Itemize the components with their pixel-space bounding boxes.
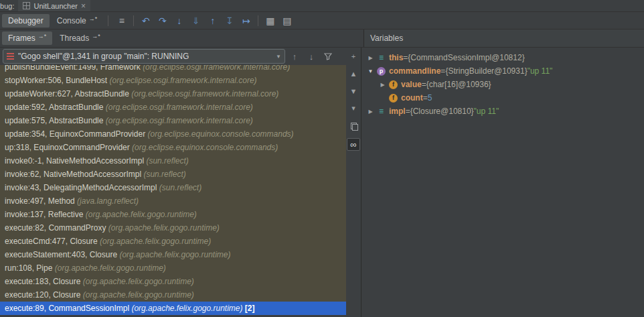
stack-frame-row[interactable]: invoke:62, NativeMethodAccessorImpl (sun… [0,168,346,181]
variable-row[interactable]: ▶≡this = {CommandSessionImpl@10812} [361,51,644,64]
run-config-icon [23,2,30,9]
frame-package: (org.apache.felix.gogo.runtime) [86,210,197,219]
force-step-into-icon[interactable]: ⇓ [187,14,204,27]
debugger-toolbar: Debugger Console →* ≡↶↷↓⇓↑↧↦▦▤ [0,12,644,29]
move-watch-down-icon[interactable]: ▼ [348,86,359,96]
value-icon: ≡ [377,107,386,116]
variable-name: this [389,53,403,62]
frame-location: invoke:497, Method [5,196,77,206]
collapse-all-icon[interactable]: ▾ [348,103,359,113]
variable-row[interactable]: ▶≡impl = {Closure@10810} "up 11" [361,105,644,118]
layout-settings-icon[interactable]: ▤ [278,14,295,27]
tab-frames[interactable]: Frames →* [2,31,52,45]
stack-frame-row[interactable]: updateWorker:627, AbstractBundle (org.ec… [0,87,346,101]
step-over-icon[interactable]: ↷ [154,14,171,27]
stack-frame-row[interactable]: invoke:497, Method (java.lang.reflect) [0,194,346,208]
run-config-label: UnitLauncher [33,2,77,10]
step-out-icon[interactable]: ↑ [204,14,221,27]
watch-return-values-icon[interactable]: ∞ [347,138,360,151]
field-icon: f [389,80,398,89]
close-icon[interactable]: × [81,2,86,10]
tab-threads-badge: →* [92,33,100,40]
frame-package: (org.eclipse.equinox.console.commands) [132,143,278,152]
frame-location: up:318, EquinoxCommandProvider [5,143,132,152]
frame-package: (org.apache.felix.gogo.runtime) [108,223,220,233]
thread-selector[interactable]: "Gogo shell"@1,341 in group "main": RUNN… [3,49,285,64]
frame-location: executeStatement:403, Closure [5,250,119,259]
variable-row[interactable]: fcount = 5 [361,91,644,105]
tab-console[interactable]: Console →* [51,14,104,27]
evaluate-expression-icon[interactable]: ▦ [262,14,278,27]
stack-frame-row[interactable]: publishBundleEvent:1499, Framework (org.… [0,65,346,74]
variable-string-value: "up 11" [528,66,553,76]
stack-frame-row[interactable]: execute:183, Closure (org.apache.felix.g… [0,275,346,288]
frame-location: invoke:43, DelegatingMethodAccessorImpl [5,183,159,192]
restore-layout-icon[interactable]: ≡ [113,14,130,27]
frame-location: invoke:137, Reflective [5,210,86,219]
move-watch-up-icon[interactable]: ▲ [348,68,359,78]
drop-frame-icon[interactable]: ↧ [221,14,238,27]
variables-side-toolbar: +▲▼▾∞ [346,48,361,317]
copy-icon[interactable] [348,121,359,131]
frame-location: run:108, Pipe [5,263,55,273]
tab-debugger-label: Debugger [8,16,44,25]
variable-value: {char[16]@10936} [426,80,491,89]
tab-threads-label: Threads [60,34,89,43]
thread-icon [7,53,14,60]
frame-location: execute:120, Closure [5,290,83,300]
tab-debugger[interactable]: Debugger [2,14,50,27]
add-watch-icon[interactable]: + [348,51,359,61]
next-frame-icon[interactable]: ↓ [304,50,319,63]
stack-frame-row[interactable]: invoke0:-1, NativeMethodAccessorImpl (su… [0,154,346,168]
run-config-tab[interactable]: UnitLauncher × [18,0,90,11]
previous-frame-icon[interactable]: ↑ [287,50,302,63]
toolbar-separator [133,15,134,26]
variable-row[interactable]: ▼pcommandline = {StringBuilder@10931} "u… [361,64,644,78]
expand-arrow-icon[interactable]: ▶ [378,82,388,88]
stack-frame-row[interactable]: up:318, EquinoxCommandProvider (org.ecli… [0,141,346,154]
stack-frame-row[interactable]: execute:120, Closure (org.apache.felix.g… [0,288,346,302]
frame-location: publishBundleEvent:1499, Framework [5,65,143,72]
frame-location: update:592, AbstractBundle [5,103,106,112]
variable-name: commandline [389,66,440,76]
stack-frame-row[interactable]: execute:82, CommandProxy (org.apache.fel… [0,221,346,235]
collapse-arrow-icon[interactable]: ▼ [366,68,376,74]
frame-location: invoke0:-1, NativeMethodAccessorImpl [5,156,146,166]
frame-location: execute:183, Closure [5,277,83,286]
expand-arrow-icon[interactable]: ▶ [366,109,376,115]
equals-sign: = [422,80,426,89]
debug-tool-window: Debug: UnitLauncher × Debugger Console →… [0,0,644,317]
frame-package: (java.lang.reflect) [77,196,139,206]
equals-sign: = [403,53,408,62]
chevron-down-icon[interactable]: ▼ [276,54,281,60]
frame-package: (org.apache.felix.gogo.runtime) [119,250,230,259]
stack-frame-row[interactable]: executeStatement:403, Closure (org.apach… [0,248,346,261]
variable-name: value [401,80,422,89]
step-into-icon[interactable]: ↓ [171,14,187,27]
stack-frame-row[interactable]: executeCmd:477, Closure (org.apache.feli… [0,235,346,248]
stack-frame-row[interactable]: stopWorker:506, BundleHost (org.eclipse.… [0,74,346,87]
frame-package: (org.apache.felix.gogo.runtime) [100,237,211,246]
frame-location: update:354, EquinoxCommandProvider [5,129,147,139]
thread-bar: "Gogo shell"@1,341 in group "main": RUNN… [0,48,346,65]
variable-row[interactable]: ▶fvalue = {char[16]@10936} [361,78,644,91]
stack-frame-row[interactable]: invoke:43, DelegatingMethodAccessorImpl … [0,181,346,194]
stack-frame-row[interactable]: invoke:137, Reflective (org.apache.felix… [0,208,346,221]
run-to-cursor-icon[interactable]: ↦ [238,14,254,27]
filter-icon[interactable] [321,50,335,63]
frames-list: publishBundleEvent:1499, Framework (org.… [0,65,346,317]
equals-sign: = [423,93,428,103]
copy-icon-shape [351,123,357,129]
stack-frame-row[interactable]: update:592, AbstractBundle (org.eclipse.… [0,101,346,114]
stack-frame-row[interactable]: run:108, Pipe (org.apache.felix.gogo.run… [0,261,346,275]
expand-arrow-icon[interactable]: ▶ [366,55,376,61]
tab-threads[interactable]: Threads →* [54,31,106,45]
toolbar-separator [258,15,258,26]
stack-frame-row[interactable]: execute:89, CommandSessionImpl (org.apac… [0,302,346,315]
thread-selector-value: "Gogo shell"@1,341 in group "main": RUNN… [18,52,272,61]
frame-location: update:575, AbstractBundle [5,116,106,125]
frame-location: execute:89, CommandSessionImpl [5,304,131,313]
stack-frame-row[interactable]: update:354, EquinoxCommandProvider (org.… [0,127,346,141]
show-execution-point-icon[interactable]: ↶ [137,14,154,27]
stack-frame-row[interactable]: update:575, AbstractBundle (org.eclipse.… [0,114,346,127]
